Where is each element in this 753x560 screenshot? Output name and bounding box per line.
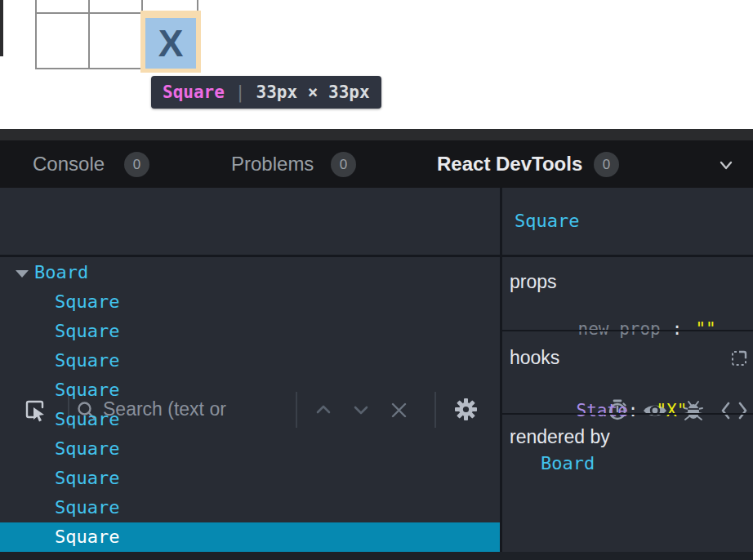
colon: :: [628, 401, 639, 420]
tooltip-separator: |: [235, 82, 246, 102]
tree-row-square-selected[interactable]: Square: [0, 522, 500, 552]
section-divider: [502, 330, 753, 331]
chevron-down-icon[interactable]: [715, 154, 737, 176]
new-prop-value[interactable]: "": [695, 319, 715, 339]
bottom-scrollbar-strip[interactable]: [0, 552, 753, 560]
inspect-overlay-tooltip: Square | 33px × 33px: [151, 76, 381, 109]
tree-item-label[interactable]: Square: [55, 346, 119, 376]
new-prop-row[interactable]: new prop:"": [537, 300, 716, 319]
tree-row-square[interactable]: Square: [0, 434, 500, 464]
state-hook-row[interactable]: State:"X": [535, 381, 687, 401]
rendered-by-section-header: rendered by: [510, 427, 610, 447]
tab-console[interactable]: Console: [33, 140, 105, 188]
tree-item-label[interactable]: Square: [55, 434, 119, 464]
new-prop-key-input[interactable]: new prop: [578, 319, 661, 339]
tab-react-devtools[interactable]: React DevTools: [437, 140, 582, 188]
hook-value[interactable]: "X": [656, 401, 687, 420]
tree-item-label[interactable]: Square: [55, 317, 119, 346]
drawer-tab-bar: Console 0 Problems 0 React DevTools 0: [0, 140, 753, 188]
tree-item-label[interactable]: Square: [55, 405, 119, 434]
tree-item-label[interactable]: Board: [34, 258, 88, 287]
tree-item-label[interactable]: Square: [55, 376, 119, 405]
tree-item-label[interactable]: Square: [55, 522, 119, 552]
tooltip-dimensions: 33px × 33px: [256, 82, 370, 102]
tree-item-label[interactable]: Square: [55, 464, 119, 493]
tooltip-component-name: Square: [163, 82, 225, 102]
toolbar-bottom-border: [0, 255, 753, 257]
panel-divider[interactable]: [500, 188, 502, 552]
tab-problems[interactable]: Problems: [231, 140, 314, 188]
props-section-header: props: [510, 272, 557, 291]
tree-row-square[interactable]: Square: [0, 317, 500, 346]
board-cell-value: X: [158, 21, 184, 65]
tree-item-label[interactable]: Square: [55, 493, 119, 522]
parse-hook-names-icon[interactable]: [729, 349, 749, 368]
selected-component-title: Square: [515, 188, 579, 255]
rendered-by-link-board[interactable]: Board: [541, 454, 595, 473]
tree-row-square[interactable]: Square: [0, 405, 500, 434]
problems-count-badge: 0: [331, 152, 356, 177]
colon: :: [672, 319, 683, 339]
expander-triangle-icon[interactable]: [16, 270, 29, 278]
view-source-icon[interactable]: [720, 402, 748, 420]
inspected-square-cell[interactable]: X: [145, 18, 196, 69]
tree-row-square[interactable]: Square: [0, 493, 500, 522]
page-viewport: X Square | 33px × 33px: [0, 0, 753, 129]
tree-row-square[interactable]: Square: [0, 346, 500, 376]
react-devtools-toolbar: Search (text or: [0, 188, 753, 255]
page-edge-strip: [0, 0, 3, 56]
hooks-section-header: hooks: [510, 348, 559, 367]
tree-item-label[interactable]: Square: [55, 287, 119, 317]
board-grid-line: [35, 0, 37, 69]
tree-row-board[interactable]: Board: [0, 258, 500, 287]
react-devtools-count-badge: 0: [594, 152, 619, 177]
tree-row-square[interactable]: Square: [0, 287, 500, 317]
drawer-resize-strip[interactable]: [0, 129, 753, 140]
tree-row-square[interactable]: Square: [0, 376, 500, 405]
board-grid-line: [88, 0, 90, 69]
section-divider: [502, 413, 753, 415]
devtools-screen: X Square | 33px × 33px Console 0 Problem…: [0, 0, 753, 560]
tree-row-square[interactable]: Square: [0, 464, 500, 493]
console-count-badge: 0: [124, 152, 149, 177]
hook-name: State: [577, 401, 628, 420]
